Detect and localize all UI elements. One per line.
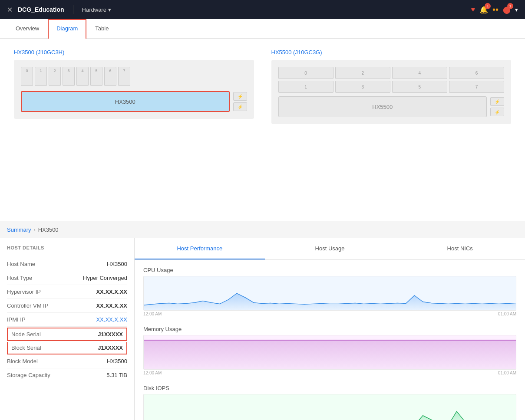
drive-slots: 0 1 2 3 4 5 6 7 — [21, 67, 247, 86]
detail-grid: HOST DETAILS Host Name HX3500 Host Type … — [0, 238, 525, 420]
hx5500-server-row: HX5500 ⚡ ⚡ — [278, 96, 505, 117]
hx3500-ports: ⚡ ⚡ — [233, 92, 247, 111]
main-content: HX3500 (J10GC3H) 0 1 2 3 4 5 6 7 HX3500 — [0, 39, 525, 221]
cpu-chart-section: CPU Usage — [143, 267, 516, 317]
hx5500-port-top: ⚡ — [490, 97, 504, 106]
hx5500-cell-2: 2 — [335, 67, 390, 79]
block-serial-value: J1XXXXX — [98, 345, 123, 351]
breadcrumb: Summary › HX3500 — [0, 221, 525, 238]
storage-capacity-row: Storage Capacity 5.31 TiB — [7, 368, 127, 382]
storage-capacity-label: Storage Capacity — [7, 372, 50, 378]
brand-name: DCG_Education — [18, 6, 64, 13]
hx5500-port-icon: ⚡ — [495, 99, 500, 104]
node-serial-label: Node Serial — [11, 331, 41, 338]
drive-slot-3: 3 — [63, 67, 75, 86]
breadcrumb-summary[interactable]: Summary — [7, 226, 31, 233]
host-type-row: Host Type Hyper Converged — [7, 271, 127, 285]
hx3500-title: HX3500 (J10GC3H) — [14, 49, 254, 56]
hx5500-cell-4: 4 — [392, 67, 447, 79]
drive-slot-0: 0 — [21, 67, 33, 86]
status-button[interactable]: ⬤ 1 — [503, 6, 511, 14]
node-serial-value: J1XXXXX — [98, 331, 123, 338]
dots-icon: •• — [492, 5, 499, 14]
disk-chart-section: Disk IOPS — [143, 385, 516, 420]
nav-icons: ♥ 🔔 1 •• ⬤ 1 ▾ — [471, 5, 518, 14]
memory-chart — [143, 335, 516, 370]
tab-host-performance[interactable]: Host Performance — [135, 238, 265, 259]
tab-overview[interactable]: Overview — [7, 19, 48, 39]
block-serial-row: Block Serial J1XXXXX — [7, 342, 127, 354]
hx5500-port-icon-2: ⚡ — [495, 110, 500, 115]
top-navigation: ✕ DCG_Education Hardware ▾ ♥ 🔔 1 •• ⬤ 1 … — [0, 0, 525, 19]
block-model-label: Block Model — [7, 358, 38, 364]
port-icon: ⚡ — [238, 94, 243, 99]
disk-chart-title: Disk IOPS — [143, 385, 516, 391]
hx5500-top-row: 0 2 4 6 1 3 5 7 — [278, 67, 505, 93]
hx5500-title: HX5500 (J10GC3G) — [271, 49, 512, 56]
hx3500-server[interactable]: HX3500 — [21, 91, 230, 112]
hypervisor-ip-label: Hypervisor IP — [7, 289, 41, 295]
tab-table[interactable]: Table — [86, 19, 117, 39]
section-arrow-icon: ▾ — [108, 7, 111, 13]
block-model-value: HX3500 — [107, 358, 127, 364]
hypervisor-ip-row: Hypervisor IP XX.XX.X.XX — [7, 285, 127, 299]
controller-vm-ip-row: Controller VM IP XX.XX.X.XX — [7, 299, 127, 313]
host-name-row: Host Name HX3500 — [7, 257, 127, 271]
nav-divider — [73, 5, 73, 14]
storage-capacity-value: 5.31 TiB — [106, 372, 127, 378]
memory-chart-section: Memory Usage — [143, 326, 516, 376]
tab-diagram[interactable]: Diagram — [48, 19, 86, 39]
alert-badge: 1 — [485, 3, 491, 9]
drive-slot-5: 5 — [90, 67, 102, 86]
drive-slot-4: 4 — [76, 67, 89, 86]
block-model-row: Block Model HX3500 — [7, 354, 127, 368]
hardware-section[interactable]: Hardware ▾ — [82, 7, 111, 13]
bottom-section: Summary › HX3500 HOST DETAILS Host Name … — [0, 221, 525, 420]
memory-time-labels: 12:00 AM 01:00 AM — [143, 370, 516, 376]
ipmi-ip-row: IPMI IP XX.XX.X.XX — [7, 313, 127, 327]
port-top: ⚡ — [233, 92, 247, 101]
controller-vm-ip-value: XX.XX.X.XX — [96, 302, 127, 309]
disk-chart — [143, 394, 516, 420]
node-serial-row: Node Serial J1XXXXX — [7, 328, 127, 341]
hx3500-chassis: 0 1 2 3 4 5 6 7 HX3500 ⚡ ⚡ — [14, 60, 254, 119]
breadcrumb-current: HX3500 — [38, 226, 59, 233]
left-panel: HOST DETAILS Host Name HX3500 Host Type … — [0, 238, 135, 420]
ipmi-ip-value[interactable]: XX.XX.X.XX — [96, 316, 127, 323]
hx5500-cell-0: 0 — [278, 67, 333, 79]
nav-dropdown-icon[interactable]: ▾ — [515, 7, 518, 13]
hx3500-server-row: HX3500 ⚡ ⚡ — [21, 91, 247, 112]
block-serial-label: Block Serial — [11, 345, 41, 351]
svg-rect-0 — [144, 340, 516, 369]
right-panel: Host Performance Host Usage Host NICs CP… — [135, 238, 525, 420]
hx5500-cell-6: 6 — [449, 67, 504, 79]
tab-host-usage[interactable]: Host Usage — [265, 238, 395, 259]
drive-slot-2: 2 — [49, 67, 61, 86]
host-name-label: Host Name — [7, 261, 35, 267]
hx5500-cell-5: 5 — [392, 81, 447, 93]
health-icon[interactable]: ♥ — [471, 6, 475, 13]
hx5500-cell-7: 7 — [449, 81, 504, 93]
cpu-time-end: 01:00 AM — [498, 312, 516, 316]
drive-slot-1: 1 — [35, 67, 47, 86]
ipmi-ip-label: IPMI IP — [7, 316, 26, 323]
hx5500-ports: ⚡ ⚡ — [490, 97, 504, 116]
port-bottom: ⚡ — [233, 102, 247, 111]
host-details-title: HOST DETAILS — [7, 245, 127, 250]
status-badge: 1 — [507, 3, 513, 9]
memory-chart-title: Memory Usage — [143, 326, 516, 332]
drive-slot-7: 7 — [118, 67, 130, 86]
tab-host-nics[interactable]: Host NICs — [395, 238, 525, 259]
diagram-row: HX3500 (J10GC3H) 0 1 2 3 4 5 6 7 HX3500 — [14, 49, 511, 124]
host-type-value: Hyper Converged — [83, 275, 127, 281]
alerts-button[interactable]: 🔔 1 — [479, 6, 488, 14]
cpu-time-start: 12:00 AM — [143, 312, 162, 316]
performance-tabs: Host Performance Host Usage Host NICs — [135, 238, 525, 260]
cpu-time-labels: 12:00 AM 01:00 AM — [143, 311, 516, 317]
hx5500-diagram: HX5500 (J10GC3G) 0 2 4 6 1 3 5 7 HX5500 — [271, 49, 512, 124]
hx5500-cell-1: 1 — [278, 81, 333, 93]
close-icon[interactable]: ✕ — [7, 6, 13, 14]
host-type-label: Host Type — [7, 275, 32, 281]
hx5500-server[interactable]: HX5500 — [278, 96, 487, 117]
cpu-chart — [143, 276, 516, 311]
